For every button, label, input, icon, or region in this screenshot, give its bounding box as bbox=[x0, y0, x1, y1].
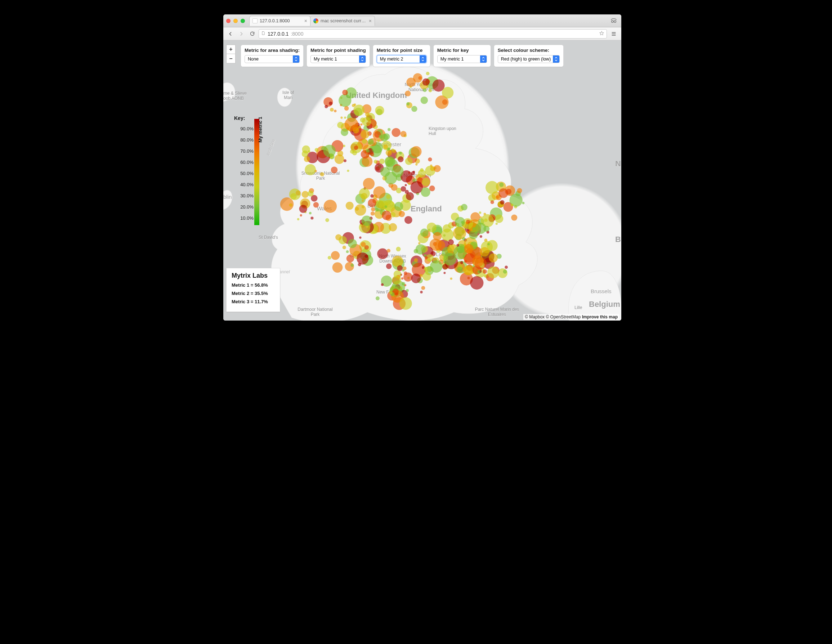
svg-point-104 bbox=[371, 211, 374, 215]
svg-point-342 bbox=[357, 253, 368, 264]
svg-point-484 bbox=[289, 203, 293, 207]
svg-point-325 bbox=[342, 246, 346, 249]
legend-title: Key: bbox=[234, 115, 245, 121]
svg-point-471 bbox=[324, 200, 337, 213]
svg-point-377 bbox=[424, 267, 427, 271]
svg-point-291 bbox=[375, 106, 384, 115]
address-bar[interactable]: 127.0.0.1:8000 bbox=[259, 29, 607, 38]
svg-point-486 bbox=[289, 189, 301, 200]
svg-point-440 bbox=[406, 77, 416, 87]
browser-tab-inactive[interactable]: mac screenshot current wi… × bbox=[310, 16, 375, 26]
svg-point-320 bbox=[506, 189, 512, 194]
svg-point-343 bbox=[365, 245, 369, 250]
browser-tab-active[interactable]: 127.0.0.1:8000 × bbox=[249, 16, 310, 26]
svg-point-473 bbox=[297, 218, 299, 220]
svg-point-522 bbox=[406, 289, 409, 292]
svg-point-501 bbox=[503, 270, 507, 274]
svg-point-255 bbox=[421, 187, 430, 197]
svg-point-452 bbox=[347, 170, 349, 172]
select-point-shading[interactable]: My metric 1 bbox=[310, 55, 366, 63]
svg-point-116 bbox=[394, 202, 403, 211]
svg-point-372 bbox=[381, 284, 384, 286]
svg-point-319 bbox=[485, 181, 499, 194]
svg-point-433 bbox=[411, 106, 418, 112]
attr-improve-link[interactable]: Improve this map bbox=[582, 314, 618, 319]
minimize-window-button[interactable] bbox=[234, 19, 238, 23]
nav-forward-button[interactable] bbox=[237, 30, 246, 38]
attr-mapbox[interactable]: © Mapbox bbox=[525, 314, 545, 319]
svg-point-254 bbox=[418, 170, 426, 178]
svg-point-348 bbox=[377, 248, 388, 260]
svg-point-457 bbox=[302, 151, 308, 157]
panel-label: Metric for point shading bbox=[310, 48, 366, 53]
tab-title: 127.0.0.1:8000 bbox=[260, 18, 302, 23]
svg-point-211 bbox=[441, 229, 454, 241]
tab-title: mac screenshot current wi… bbox=[320, 18, 366, 23]
svg-point-368 bbox=[414, 258, 418, 262]
svg-point-437 bbox=[406, 102, 410, 106]
svg-point-205 bbox=[433, 232, 442, 240]
select-area-shading[interactable]: None bbox=[245, 55, 300, 63]
svg-point-247 bbox=[400, 186, 406, 192]
svg-point-322 bbox=[491, 200, 494, 204]
svg-point-467 bbox=[323, 145, 336, 157]
svg-point-293 bbox=[522, 202, 525, 204]
svg-point-67 bbox=[387, 128, 390, 131]
select-point-size[interactable]: My metric 2 bbox=[377, 55, 426, 63]
svg-point-532 bbox=[402, 282, 405, 286]
svg-point-109 bbox=[363, 178, 374, 189]
nav-back-button[interactable] bbox=[226, 30, 235, 38]
svg-point-81 bbox=[373, 186, 386, 199]
close-tab-icon[interactable]: × bbox=[304, 18, 307, 23]
close-window-button[interactable] bbox=[226, 19, 230, 23]
legend-tick: 60.0% bbox=[234, 160, 254, 165]
svg-point-126 bbox=[362, 216, 372, 226]
svg-point-222 bbox=[398, 156, 403, 162]
zoom-out-button[interactable]: − bbox=[226, 54, 235, 63]
tab-strip: 127.0.0.1:8000 × mac screenshot current … bbox=[223, 14, 621, 27]
info-card-line: Metric 2 = 35.5% bbox=[232, 291, 275, 296]
svg-point-531 bbox=[389, 291, 393, 294]
svg-point-508 bbox=[457, 267, 463, 273]
info-card-line: Metric 3 = 11.7% bbox=[232, 299, 275, 304]
svg-point-317 bbox=[500, 200, 504, 205]
svg-point-417 bbox=[456, 244, 459, 247]
close-tab-icon[interactable]: × bbox=[369, 18, 372, 23]
maximize-window-button[interactable] bbox=[241, 19, 245, 23]
attr-osm[interactable]: © OpenStreetMap bbox=[546, 314, 581, 319]
map-viewport[interactable]: United Kingdom England Belgium Wales Bir… bbox=[223, 40, 621, 320]
svg-point-387 bbox=[392, 276, 401, 285]
bookmark-star-icon[interactable] bbox=[599, 30, 604, 37]
svg-point-459 bbox=[344, 159, 347, 162]
svg-point-292 bbox=[353, 105, 365, 116]
svg-point-121 bbox=[382, 211, 391, 220]
select-key-metric[interactable]: My metric 1 bbox=[437, 55, 487, 63]
svg-point-441 bbox=[429, 89, 432, 92]
svg-point-470 bbox=[325, 218, 329, 222]
svg-point-389 bbox=[448, 239, 454, 245]
zoom-in-button[interactable]: + bbox=[226, 45, 235, 54]
svg-point-269 bbox=[344, 116, 346, 119]
legend-title-box: Key: bbox=[234, 115, 245, 125]
panel-colour-scheme: Select colour scheme: Red (high) to gree… bbox=[494, 45, 564, 67]
select-colour-scheme[interactable]: Red (high) to green (low) bbox=[498, 55, 560, 63]
svg-point-385 bbox=[425, 256, 428, 260]
svg-point-125 bbox=[385, 205, 387, 208]
google-favicon-icon bbox=[314, 18, 318, 23]
info-card-line: Metric 1 = 56.8% bbox=[232, 282, 275, 288]
nav-reload-button[interactable] bbox=[248, 30, 256, 38]
panel-key-metric: Metric for key My metric 1 bbox=[433, 45, 491, 67]
select-value: Red (high) to green (low) bbox=[501, 56, 553, 62]
svg-point-272 bbox=[329, 102, 333, 105]
chevron-updown-icon bbox=[553, 56, 559, 62]
hamburger-menu-button[interactable] bbox=[609, 29, 618, 38]
svg-point-398 bbox=[479, 211, 482, 214]
svg-point-258 bbox=[334, 110, 336, 112]
svg-point-243 bbox=[391, 184, 397, 191]
svg-point-284 bbox=[344, 106, 349, 111]
svg-point-59 bbox=[368, 139, 374, 145]
svg-point-496 bbox=[483, 269, 487, 274]
svg-point-346 bbox=[347, 255, 354, 262]
svg-point-122 bbox=[379, 200, 388, 210]
svg-point-516 bbox=[489, 253, 498, 263]
